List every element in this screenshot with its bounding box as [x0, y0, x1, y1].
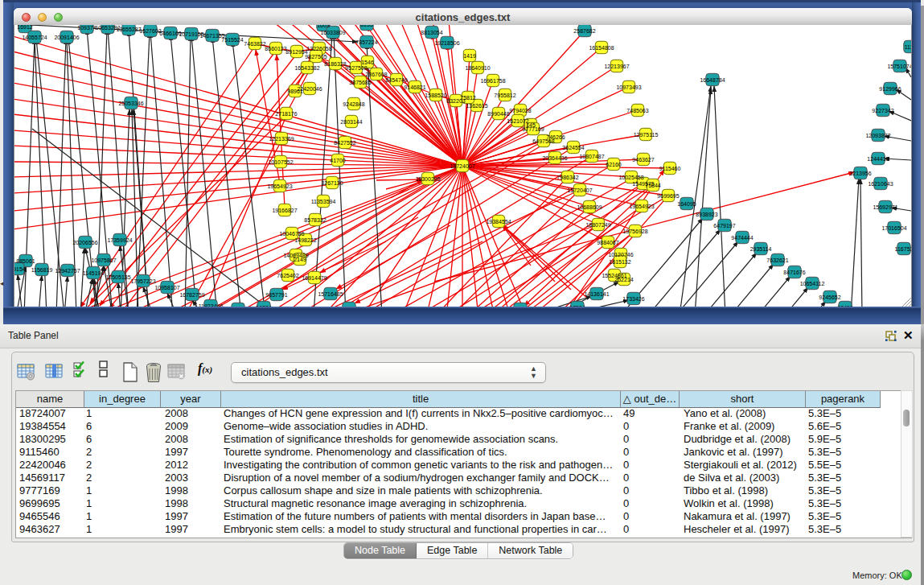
svg-text:9794028: 9794028 — [509, 108, 531, 113]
svg-text:12505135: 12505135 — [105, 274, 130, 280]
svg-text:9884067: 9884067 — [597, 240, 618, 245]
svg-text:9777169: 9777169 — [522, 126, 544, 132]
svg-text:885061: 885061 — [16, 258, 35, 264]
svg-text:1733426: 1733426 — [622, 296, 644, 302]
svg-text:8990448: 8990448 — [487, 111, 509, 117]
svg-text:14055724: 14055724 — [22, 35, 47, 40]
svg-text:8578332: 8578332 — [304, 217, 326, 223]
svg-text:1546: 1546 — [361, 60, 374, 65]
svg-text:8427552: 8427552 — [334, 140, 355, 146]
svg-text:2935114: 2935114 — [750, 246, 772, 252]
svg-text:7857224: 7857224 — [355, 39, 377, 45]
svg-text:8186328: 8186328 — [324, 61, 346, 67]
svg-text:1603: 1603 — [317, 25, 330, 28]
svg-text:18724007: 18724007 — [450, 163, 474, 169]
svg-text:9474444: 9474444 — [731, 235, 753, 241]
svg-text:1419: 1419 — [463, 53, 476, 59]
svg-text:9129966: 9129966 — [879, 86, 901, 92]
svg-text:9146821: 9146821 — [404, 84, 425, 90]
svg-text:16648784: 16648784 — [700, 77, 725, 83]
svg-text:18640910: 18640910 — [465, 65, 490, 71]
svg-text:12942757: 12942757 — [55, 268, 80, 274]
svg-text:2718176: 2718176 — [275, 111, 297, 117]
svg-text:252214: 252214 — [614, 277, 633, 282]
svg-text:8133: 8133 — [360, 25, 373, 27]
svg-text:9242848: 9242848 — [343, 101, 364, 107]
svg-text:1156819: 1156819 — [31, 267, 53, 273]
svg-text:9245652: 9245652 — [819, 295, 840, 300]
svg-text:1112: 1112 — [905, 44, 911, 50]
svg-text:19654923: 19654923 — [267, 183, 292, 189]
svg-text:8471676: 8471676 — [783, 270, 805, 275]
svg-text:19218506: 19218506 — [434, 40, 459, 46]
svg-text:11353594: 11353594 — [311, 199, 336, 204]
svg-text:1588520: 1588520 — [425, 93, 446, 98]
svg-text:15720407: 15720407 — [567, 187, 592, 193]
svg-text:9699695: 9699695 — [657, 193, 679, 199]
svg-text:7625402: 7625402 — [277, 273, 298, 278]
svg-text:9463627: 9463627 — [632, 157, 654, 163]
svg-text:9827505: 9827505 — [305, 54, 326, 60]
svg-text:17957223: 17957223 — [130, 278, 155, 284]
svg-text:7515524: 7515524 — [221, 37, 243, 43]
svg-text:3213956: 3213956 — [849, 171, 871, 176]
svg-text:10807487: 10807487 — [579, 154, 604, 159]
svg-text:1362615: 1362615 — [466, 103, 487, 109]
svg-text:6479197: 6479197 — [713, 223, 735, 229]
svg-text:10046786: 10046786 — [279, 231, 304, 237]
svg-text:12975115: 12975115 — [634, 132, 659, 138]
svg-text:8454749: 8454749 — [385, 77, 407, 83]
svg-text:10120746: 10120746 — [608, 252, 633, 257]
svg-text:10958107: 10958107 — [154, 285, 179, 290]
svg-text:1527602: 1527602 — [139, 28, 161, 34]
svg-text:19756928: 19756928 — [622, 229, 647, 234]
svg-text:15692971: 15692971 — [873, 204, 897, 210]
svg-text:16914479: 16914479 — [302, 275, 326, 281]
svg-text:1615132: 1615132 — [609, 259, 630, 265]
svg-text:8938923: 8938923 — [696, 212, 717, 217]
svg-text:8813054: 8813054 — [421, 30, 442, 35]
svg-text:14136141: 14136141 — [584, 291, 609, 297]
svg-text:16033809: 16033809 — [320, 30, 345, 35]
svg-text:10654112: 10654112 — [800, 281, 825, 286]
svg-text:7955812: 7955812 — [494, 93, 515, 98]
svg-text:3267130: 3267130 — [321, 180, 343, 186]
svg-text:19654923: 19654923 — [629, 204, 654, 209]
svg-text:2587682: 2587682 — [573, 28, 595, 34]
svg-text:41700: 41700 — [330, 158, 346, 163]
svg-text:12093872: 12093872 — [865, 133, 890, 138]
svg-text:7485063: 7485063 — [626, 108, 648, 113]
svg-text:19384554: 19384554 — [486, 219, 511, 225]
svg-text:20364436: 20364436 — [542, 155, 567, 161]
svg-text:15751074: 15751074 — [887, 64, 911, 69]
svg-text:7632621: 7632621 — [766, 257, 788, 263]
svg-text:17016504: 17016504 — [881, 225, 906, 231]
svg-text:22420046: 22420046 — [297, 86, 322, 92]
svg-text:116753: 116753 — [895, 246, 911, 252]
svg-text:10025458: 10025458 — [618, 175, 643, 180]
svg-text:18807249: 18807249 — [585, 222, 610, 228]
svg-text:75812: 75812 — [460, 95, 476, 101]
svg-text:109374: 109374 — [77, 25, 96, 31]
svg-text:18300295: 18300295 — [415, 176, 440, 182]
svg-text:20206556: 20206556 — [72, 240, 97, 245]
svg-text:10973493: 10973493 — [616, 84, 641, 90]
svg-text:2149: 2149 — [294, 257, 306, 262]
svg-text:20091406: 20091406 — [54, 35, 79, 40]
svg-text:16782759: 16782759 — [179, 292, 204, 298]
svg-text:19166827: 19166827 — [272, 208, 297, 213]
svg-text:15716485: 15716485 — [318, 291, 343, 297]
svg-text:16543382: 16543382 — [294, 65, 319, 71]
svg-text:9527508: 9527508 — [345, 65, 367, 71]
svg-text:25053346: 25053346 — [118, 101, 143, 106]
svg-text:746266: 746266 — [546, 134, 565, 140]
svg-text:62160: 62160 — [606, 162, 622, 167]
svg-text:9227342: 9227342 — [872, 108, 893, 113]
svg-text:3624554: 3624554 — [562, 145, 584, 150]
svg-text:10655287: 10655287 — [116, 27, 141, 32]
svg-text:3875685: 3875685 — [349, 80, 371, 85]
svg-text:39154: 39154 — [14, 266, 26, 272]
svg-text:9857791: 9857791 — [265, 292, 287, 298]
svg-text:2867608: 2867608 — [365, 72, 387, 77]
svg-text:16961758: 16961758 — [480, 78, 505, 84]
